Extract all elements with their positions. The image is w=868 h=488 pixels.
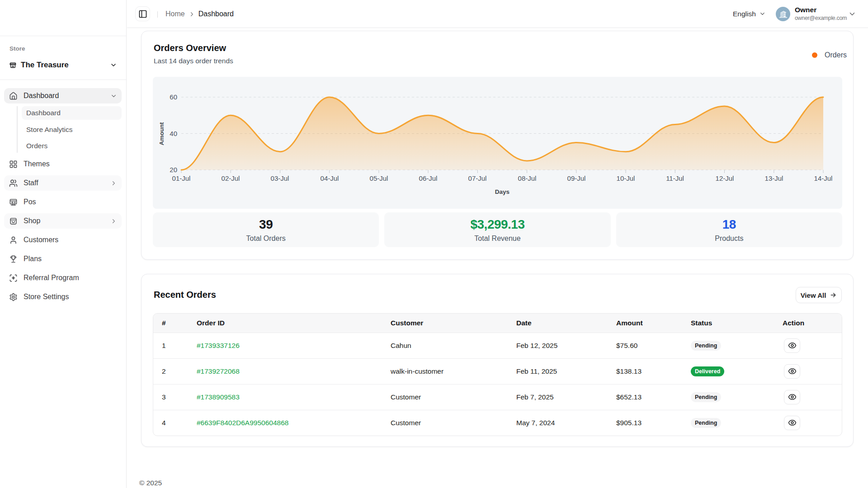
svg-text:11-Jul: 11-Jul: [666, 174, 684, 182]
svg-text:10-Jul: 10-Jul: [617, 174, 635, 182]
svg-text:06-Jul: 06-Jul: [419, 174, 438, 182]
svg-text:03-Jul: 03-Jul: [271, 174, 289, 182]
svg-text:14-Jul: 14-Jul: [814, 174, 833, 182]
svg-text:12-Jul: 12-Jul: [716, 174, 734, 182]
svg-text:13-Jul: 13-Jul: [765, 174, 783, 182]
svg-text:02-Jul: 02-Jul: [222, 174, 240, 182]
svg-text:05-Jul: 05-Jul: [370, 174, 388, 182]
svg-text:Days: Days: [495, 188, 509, 195]
svg-text:Amount: Amount: [158, 122, 165, 145]
svg-text:04-Jul: 04-Jul: [321, 174, 339, 182]
svg-text:01-Jul: 01-Jul: [172, 174, 191, 182]
svg-text:40: 40: [170, 130, 177, 137]
svg-text:08-Jul: 08-Jul: [518, 174, 537, 182]
svg-text:09-Jul: 09-Jul: [567, 174, 586, 182]
svg-text:07-Jul: 07-Jul: [468, 174, 487, 182]
svg-text:60: 60: [170, 93, 177, 101]
svg-text:20: 20: [170, 166, 177, 174]
